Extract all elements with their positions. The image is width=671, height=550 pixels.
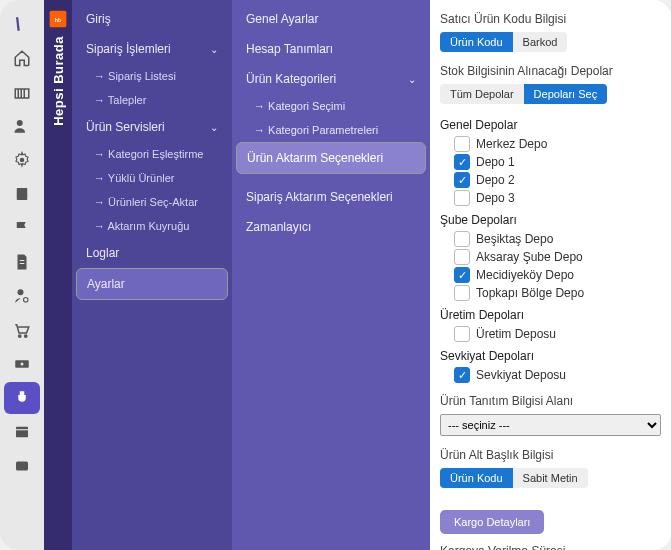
checkbox-label: Topkapı Bölge Depo bbox=[476, 286, 584, 300]
checkbox-label: Depo 2 bbox=[476, 173, 515, 187]
label-kargo-sure: Kargoya Verilme Süresi bbox=[440, 544, 661, 550]
settings-panel: Satıcı Ürün Kodu Bilgisi Ürün Kodu Barko… bbox=[430, 0, 671, 550]
checkbox-label: Üretim Deposu bbox=[476, 327, 556, 341]
section-satici-kod: Satıcı Ürün Kodu Bilgisi bbox=[440, 12, 661, 26]
section-alt-baslik: Ürün Alt Başlık Bilgisi bbox=[440, 448, 661, 462]
checkbox-icon[interactable]: ✓ bbox=[454, 367, 470, 383]
money-icon[interactable] bbox=[4, 348, 40, 380]
checkbox-label: Beşiktaş Depo bbox=[476, 232, 553, 246]
nav1-siparis-listesi[interactable]: → Sipariş Listesi bbox=[76, 64, 228, 88]
nav2-kat-param[interactable]: → Kategori Parametreleri bbox=[236, 118, 426, 142]
nav2-urun-aktarim[interactable]: Ürün Aktarım Seçenekleri bbox=[236, 142, 426, 174]
nav1-yuklu-urunler[interactable]: → Yüklü Ürünler bbox=[76, 166, 228, 190]
checkbox-icon[interactable] bbox=[454, 285, 470, 301]
checkbox-row[interactable]: ✓Depo 1 bbox=[440, 153, 661, 171]
checkbox-icon[interactable]: ✓ bbox=[454, 154, 470, 170]
svg-point-4 bbox=[18, 289, 24, 295]
svg-point-7 bbox=[25, 335, 27, 337]
book-icon[interactable] bbox=[4, 178, 40, 210]
svg-point-2 bbox=[20, 158, 25, 163]
svg-point-1 bbox=[17, 120, 23, 126]
checkbox-icon[interactable] bbox=[454, 190, 470, 206]
checkbox-row[interactable]: Üretim Deposu bbox=[440, 325, 661, 343]
checkbox-icon[interactable] bbox=[454, 231, 470, 247]
nav1-loglar[interactable]: Loglar bbox=[76, 238, 228, 268]
checkbox-row[interactable]: Depo 3 bbox=[440, 189, 661, 207]
nav2-hesap[interactable]: Hesap Tanımları bbox=[236, 34, 426, 64]
toggle-tum-depolar[interactable]: Tüm Depolar bbox=[440, 84, 524, 104]
checkbox-icon[interactable]: ✓ bbox=[454, 172, 470, 188]
svg-rect-3 bbox=[17, 188, 28, 200]
checkbox-label: Mecidiyeköy Depo bbox=[476, 268, 574, 282]
kargo-header: Kargo Detayları bbox=[440, 510, 544, 534]
window-icon[interactable] bbox=[4, 416, 40, 448]
nav2-genel[interactable]: Genel Ayarlar bbox=[236, 4, 426, 34]
brand-strip: hb Hepsi Burada bbox=[44, 0, 72, 550]
nav1-giris[interactable]: Giriş bbox=[76, 4, 228, 34]
checkbox-row[interactable]: ✓Sevkiyat Deposu bbox=[440, 366, 661, 384]
user-gear-icon[interactable] bbox=[4, 280, 40, 312]
checkbox-icon[interactable] bbox=[454, 136, 470, 152]
toggle-sabit-metin[interactable]: Sabit Metin bbox=[513, 468, 588, 488]
toggle-barkod[interactable]: Barkod bbox=[513, 32, 568, 52]
toggle-depolari-sec[interactable]: Depoları Seç bbox=[524, 84, 608, 104]
checkbox-row[interactable]: Merkez Depo bbox=[440, 135, 661, 153]
nav2-kat-secimi[interactable]: → Kategori Seçimi bbox=[236, 94, 426, 118]
checkbox-icon[interactable] bbox=[454, 326, 470, 342]
nav1-aktarim-kuyrugu[interactable]: → Aktarım Kuyruğu bbox=[76, 214, 228, 238]
checkbox-icon[interactable]: ✓ bbox=[454, 267, 470, 283]
select-tanitim[interactable]: --- seçiniz --- bbox=[440, 414, 661, 436]
toggle-alt-baslik: Ürün Kodu Sabit Metin bbox=[440, 468, 588, 488]
svg-point-5 bbox=[24, 298, 29, 303]
nav1-urun-servisleri[interactable]: Ürün Servisleri⌄ bbox=[76, 112, 228, 142]
svg-rect-10 bbox=[16, 427, 28, 438]
home-icon[interactable] bbox=[4, 42, 40, 74]
section-stok-depo: Stok Bilgisinin Alınacağı Depolar bbox=[440, 64, 661, 78]
toggle-kod-barkod: Ürün Kodu Barkod bbox=[440, 32, 567, 52]
chevron-down-icon: ⌄ bbox=[210, 44, 218, 55]
checkbox-label: Aksaray Şube Depo bbox=[476, 250, 583, 264]
checkbox-icon[interactable] bbox=[454, 249, 470, 265]
nav2-urun-kat[interactable]: Ürün Kategorileri⌄ bbox=[236, 64, 426, 94]
sliders-icon[interactable] bbox=[4, 450, 40, 482]
checkbox-label: Depo 1 bbox=[476, 155, 515, 169]
cart-icon[interactable] bbox=[4, 314, 40, 346]
toggle-depo: Tüm Depolar Depoları Seç bbox=[440, 84, 607, 104]
group-genel-depolar: Genel Depolar bbox=[440, 118, 661, 132]
svg-point-9 bbox=[21, 363, 24, 366]
chevron-down-icon: ⌄ bbox=[408, 74, 416, 85]
svg-rect-11 bbox=[16, 462, 28, 471]
plug-icon[interactable] bbox=[4, 382, 40, 414]
checkbox-label: Sevkiyat Deposu bbox=[476, 368, 566, 382]
nav-level-2: Genel Ayarlar Hesap Tanımları Ürün Kateg… bbox=[232, 0, 430, 550]
logo-icon bbox=[4, 8, 40, 40]
section-tanitim: Ürün Tanıtım Bilgisi Alanı bbox=[440, 394, 661, 408]
checkbox-row[interactable]: ✓Depo 2 bbox=[440, 171, 661, 189]
nav2-siparis-aktarim[interactable]: Sipariş Aktarım Seçenekleri bbox=[236, 182, 426, 212]
nav-level-1: Giriş Sipariş İşlemleri⌄ → Sipariş Liste… bbox=[72, 0, 232, 550]
checkbox-row[interactable]: Aksaray Şube Depo bbox=[440, 248, 661, 266]
nav1-talepler[interactable]: → Talepler bbox=[76, 88, 228, 112]
checkbox-label: Depo 3 bbox=[476, 191, 515, 205]
toggle-urun-kodu[interactable]: Ürün Kodu bbox=[440, 32, 513, 52]
toggle-alt-urun-kodu[interactable]: Ürün Kodu bbox=[440, 468, 513, 488]
group-uretim-depolari: Üretim Depoları bbox=[440, 308, 661, 322]
group-sevkiyat-depolari: Sevkiyat Depoları bbox=[440, 349, 661, 363]
users-icon[interactable] bbox=[4, 110, 40, 142]
flag-icon[interactable] bbox=[4, 212, 40, 244]
svg-text:hb: hb bbox=[55, 17, 61, 23]
gear-icon[interactable] bbox=[4, 144, 40, 176]
group-sube-depolari: Şube Depoları bbox=[440, 213, 661, 227]
nav1-siparis[interactable]: Sipariş İşlemleri⌄ bbox=[76, 34, 228, 64]
warehouse-icon[interactable] bbox=[4, 76, 40, 108]
checkbox-row[interactable]: Beşiktaş Depo bbox=[440, 230, 661, 248]
file-icon[interactable] bbox=[4, 246, 40, 278]
chevron-down-icon: ⌄ bbox=[210, 122, 218, 133]
checkbox-row[interactable]: ✓Mecidiyeköy Depo bbox=[440, 266, 661, 284]
brand-logo-icon: hb bbox=[47, 8, 69, 30]
nav1-urunleri-sec[interactable]: → Ürünleri Seç-Aktar bbox=[76, 190, 228, 214]
checkbox-row[interactable]: Topkapı Bölge Depo bbox=[440, 284, 661, 302]
nav1-kategori-eslestirme[interactable]: → Kategori Eşleştirme bbox=[76, 142, 228, 166]
nav2-zamanlayici[interactable]: Zamanlayıcı bbox=[236, 212, 426, 242]
nav1-ayarlar[interactable]: Ayarlar bbox=[76, 268, 228, 300]
